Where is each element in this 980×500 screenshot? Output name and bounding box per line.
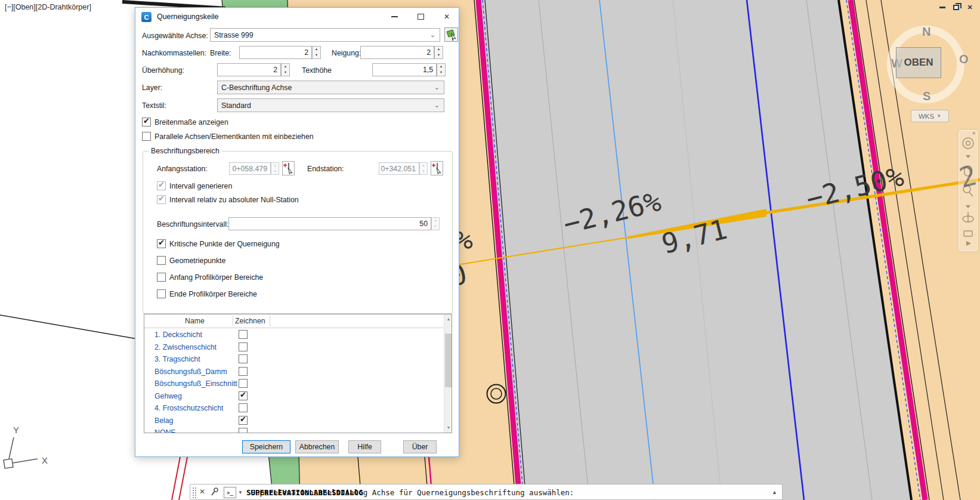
navigation-bar[interactable]: ✕ — [959, 130, 978, 251]
scrollbar-thumb[interactable] — [445, 334, 452, 387]
neigung-input[interactable]: 2 — [360, 46, 434, 59]
scroll-up-icon[interactable]: ▲ — [445, 315, 452, 323]
spin-up-icon[interactable]: ▲ — [437, 64, 445, 70]
column-separator[interactable] — [233, 316, 233, 326]
texthoehe-spinner[interactable]: ▲▼ — [437, 63, 446, 76]
dialog-close-button[interactable]: ✕ — [434, 8, 460, 26]
ende-profilkoerper-checkbox[interactable] — [157, 289, 166, 298]
row-name[interactable]: Böschungsfuß_Damm — [154, 368, 227, 376]
zeichnen-checkbox[interactable] — [239, 354, 248, 363]
table-row[interactable]: 4. Frostschutzschicht — [144, 402, 443, 415]
beschriftungsintervall-input[interactable]: 50 — [228, 217, 431, 230]
table-row[interactable]: Böschungsfuß_Einschnitt — [144, 378, 443, 390]
zeichnen-checkbox[interactable] — [239, 428, 248, 433]
viewport-view-control[interactable]: [Oben] — [13, 3, 36, 11]
breite-spinner[interactable]: ▲▼ — [312, 46, 321, 59]
spin-down-icon[interactable]: ▼ — [435, 53, 443, 58]
table-row[interactable]: 2. Zwischenschicht — [144, 341, 443, 354]
row-name[interactable]: 3. Tragschicht — [154, 355, 200, 363]
table-row[interactable]: Gehweg — [144, 390, 443, 403]
column-header-name[interactable]: Name — [185, 317, 205, 325]
spin-up-icon[interactable]: ▲ — [313, 47, 320, 53]
row-name[interactable]: NONE — [154, 428, 176, 433]
layer-combobox[interactable]: C-Beschriftung Achse ⌄ — [217, 81, 444, 94]
row-name[interactable]: 4. Frostschutzschicht — [154, 404, 224, 412]
command-prompt-icon[interactable]: >_ — [224, 487, 236, 498]
command-line-grip[interactable] — [192, 487, 197, 498]
command-close-icon[interactable]: ✕ — [199, 487, 205, 496]
play-icon[interactable] — [966, 241, 971, 246]
textstil-combobox[interactable]: Standard ⌄ — [217, 98, 444, 112]
viewport-collapse-control[interactable]: [−] — [5, 3, 13, 11]
dialog-minimize-button[interactable] — [381, 8, 407, 26]
zeichnen-checkbox[interactable] — [239, 403, 248, 412]
row-name[interactable]: 1. Deckschicht — [154, 331, 202, 339]
spin-up-icon[interactable]: ▲ — [435, 47, 443, 53]
table-row[interactable]: Belag — [144, 415, 443, 427]
endstation-spinner[interactable]: ▲▼ — [419, 162, 428, 175]
pick-anfangsstation-button[interactable] — [282, 161, 295, 175]
save-button[interactable]: Speichern — [242, 440, 290, 453]
cancel-button[interactable]: Abbrechen — [295, 440, 339, 453]
column-header-zeichnen[interactable]: Zeichnen — [235, 317, 265, 325]
wcs-menu[interactable]: WKS ▼ — [911, 110, 949, 122]
row-name[interactable]: Gehweg — [154, 392, 182, 400]
zeichnen-checkbox[interactable] — [239, 367, 248, 376]
row-name[interactable]: 2. Zwischenschicht — [154, 343, 217, 351]
table-row[interactable]: 3. Tragschicht — [144, 353, 443, 366]
navbar-chevron2-icon[interactable] — [966, 205, 970, 208]
table-scrollbar[interactable]: ▲ ▼ — [444, 314, 452, 433]
table-row[interactable]: Böschungsfuß_Damm — [144, 366, 443, 378]
row-name[interactable]: Belag — [154, 416, 173, 425]
neigung-spinner[interactable]: ▲▼ — [434, 46, 443, 59]
zeichnen-checkbox[interactable] — [239, 330, 248, 339]
spin-down-icon[interactable]: ▼ — [437, 70, 445, 76]
achse-combobox[interactable]: Strasse 999 ⌄ — [210, 28, 440, 42]
spin-down-icon[interactable]: ▼ — [282, 70, 289, 76]
navigation-wheel-icon[interactable] — [963, 138, 973, 149]
viewcube-east[interactable]: O — [959, 53, 969, 66]
viewcube-north[interactable]: N — [922, 25, 930, 39]
anfangsstation-input[interactable]: 0+058.479 — [229, 162, 271, 175]
table-row[interactable]: 1. Deckschicht — [144, 329, 443, 341]
pick-endstation-button[interactable] — [431, 161, 443, 175]
command-line-bar[interactable]: ✕ >_ ▼ SUPERELEVATIONLABELSDIALOG Supere… — [190, 484, 783, 500]
breitenmasse-checkbox[interactable] — [142, 118, 151, 126]
kritische-punkte-checkbox[interactable] — [157, 239, 166, 248]
pick-achse-button[interactable] — [444, 27, 458, 42]
zeichnen-checkbox[interactable] — [239, 342, 248, 351]
pan-icon[interactable] — [964, 166, 972, 176]
zoom-icon[interactable] — [963, 186, 970, 193]
recent-commands-chevron-icon[interactable]: ▼ — [238, 490, 243, 495]
zeichnen-checkbox[interactable] — [239, 379, 248, 388]
breite-input[interactable]: 2 — [239, 46, 312, 59]
command-history-up-icon[interactable]: ▲ — [772, 489, 777, 495]
help-button[interactable]: Hilfe — [348, 440, 381, 453]
navbar-chevron-icon[interactable] — [966, 155, 970, 158]
viewcube-south[interactable]: S — [923, 89, 930, 103]
ueberhoehung-spinner[interactable]: ▲▼ — [281, 63, 290, 76]
column-separator[interactable] — [270, 316, 270, 326]
showmotion-icon[interactable] — [964, 231, 972, 236]
zeichnen-checkbox[interactable] — [239, 416, 248, 425]
parallele-checkbox[interactable] — [142, 132, 151, 141]
zeichnen-checkbox[interactable] — [239, 391, 248, 400]
dialog-titlebar[interactable]: C Querneigungskeile ✕ — [135, 8, 459, 26]
viewcube-top-face[interactable]: OBEN — [896, 47, 941, 78]
beschriftungsintervall-spinner[interactable]: ▲▼ — [431, 217, 440, 230]
drawing-close-button[interactable]: ✕ — [965, 2, 975, 12]
row-name[interactable]: Böschungsfuß_Einschnitt — [154, 379, 237, 388]
dialog-maximize-button[interactable] — [407, 8, 434, 26]
scroll-down-icon[interactable]: ▼ — [445, 424, 452, 431]
about-button[interactable]: Über — [403, 440, 437, 453]
drawing-minimize-button[interactable] — [938, 2, 947, 12]
endstation-input[interactable]: 0+342.051 — [379, 162, 419, 175]
anfang-profilkoerper-checkbox[interactable] — [157, 273, 166, 282]
anfangsstation-spinner[interactable]: ▲▼ — [271, 162, 279, 175]
geometriepunkte-checkbox[interactable] — [157, 256, 166, 265]
texthoehe-input[interactable]: 1,5 — [372, 63, 437, 76]
viewport-visualstyle-control[interactable]: [2D-Drahtkörper] — [36, 3, 91, 11]
table-row[interactable]: NONE — [144, 427, 443, 433]
spin-up-icon[interactable]: ▲ — [282, 64, 289, 70]
ueberhoehung-input[interactable]: 2 — [217, 63, 281, 76]
